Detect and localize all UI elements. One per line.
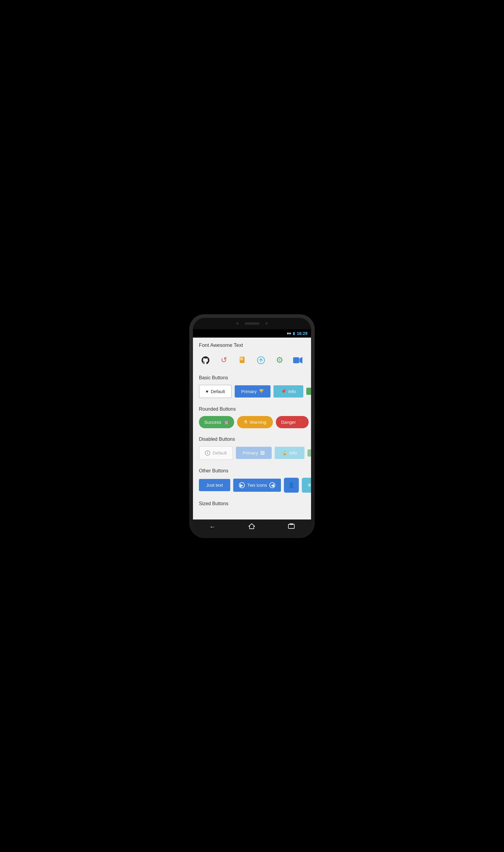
btn-disabled-default: ℹ Default [199, 446, 233, 460]
recents-icon [288, 523, 295, 530]
phone-screen: ▾▾ ▮ 16:29 Font Awesome Text ↺ [193, 318, 311, 534]
app-title: Font Awesome Text [193, 338, 311, 351]
btn-warning-label: Warning [250, 420, 266, 425]
status-time: 16:29 [297, 331, 307, 336]
btn-disabled-info: 🔓 Info [275, 447, 305, 459]
phone-top-bar [193, 318, 311, 329]
svg-marker-6 [300, 357, 302, 364]
nav-recents-button[interactable] [288, 523, 295, 530]
lock-icon: 🔓 [282, 451, 287, 455]
btn-success-label: Success [204, 420, 221, 425]
other-buttons-header: Other Buttons [193, 465, 311, 476]
btn-dis-info-label: Info [290, 450, 297, 455]
person-icon: 👤 [288, 482, 295, 488]
btn-info[interactable]: 📌 Info [273, 385, 303, 398]
btn-dis-primary-label: Primary [243, 450, 258, 455]
btn-warning-rounded[interactable]: ⚗ Warning [237, 416, 273, 428]
trophy-icon: 🏆 [259, 389, 264, 394]
arrow-left-icon: ◀ [269, 482, 275, 488]
btn-dis-default-label: Default [213, 450, 227, 455]
btn-primary[interactable]: Primary 🏆 [235, 385, 270, 398]
btn-primary-label: Primary [241, 389, 257, 394]
nav-back-button[interactable]: ← [209, 523, 215, 530]
basic-buttons-row: ♥ Default Primary 🏆 📌 Info [193, 383, 311, 403]
wifi-icon: ▾▾ [287, 331, 291, 336]
heart-icon: ♥ [206, 389, 209, 394]
screen-content[interactable]: Font Awesome Text ↺ [193, 338, 311, 520]
svg-rect-5 [293, 357, 299, 363]
battery-icon: ▮ [293, 331, 295, 336]
btn-two-icons[interactable]: ▶ Two icons ◀ [233, 479, 281, 492]
svg-rect-3 [240, 359, 243, 360]
book-icon [236, 354, 249, 367]
gear-icon: ⚙ [273, 354, 286, 367]
nav-home-button[interactable] [248, 523, 255, 530]
question-icon: ❓ [298, 420, 303, 424]
btn-success-rounded[interactable]: Success 🤖 [199, 416, 234, 428]
btn-success-partial[interactable] [306, 388, 311, 395]
btn-sun-icon[interactable]: ✳ [302, 478, 311, 493]
camera-dot [236, 322, 238, 325]
flask-icon: ⚗ [244, 420, 248, 424]
svg-rect-10 [288, 524, 294, 528]
speaker [245, 322, 259, 325]
video-icon [291, 354, 305, 367]
arrow-right-icon: ▶ [239, 482, 245, 488]
svg-marker-9 [249, 524, 255, 529]
btn-person-icon[interactable]: 👤 [284, 478, 299, 493]
btn-danger-rounded[interactable]: Danger ❓ [276, 416, 309, 428]
disabled-buttons-header: Disabled Buttons [193, 433, 311, 445]
icons-row: ↺ ⚙ [193, 351, 311, 371]
svg-rect-1 [240, 357, 242, 358]
btn-two-icons-label: Two icons [247, 483, 267, 488]
btn-danger-label: Danger [281, 420, 296, 425]
pin-icon: 📌 [281, 389, 286, 394]
btn-default-label: Default [211, 389, 225, 394]
arrow-up-circle-icon [254, 354, 268, 367]
btn-just-text-label: Just text [206, 483, 223, 488]
rounded-buttons-row: Success 🤖 ⚗ Warning Danger ❓ [193, 415, 311, 433]
btn-info-label: Info [288, 389, 296, 394]
android-icon: 🤖 [224, 420, 229, 424]
stack-icon [310, 354, 311, 367]
btn-just-text[interactable]: Just text [199, 479, 230, 491]
github-icon [199, 354, 212, 367]
other-buttons-row: Just text ▶ Two icons ◀ 👤 ✳ [193, 476, 311, 497]
home-icon [248, 524, 255, 530]
rounded-buttons-header: Rounded Buttons [193, 403, 311, 415]
status-bar: ▾▾ ▮ 16:29 [193, 329, 311, 338]
image-icon: 🖼 [260, 451, 265, 455]
back-icon: ← [209, 523, 215, 530]
info-circle-icon: ℹ [205, 450, 210, 456]
btn-dis-success-partial [307, 449, 311, 457]
btn-default[interactable]: ♥ Default [199, 385, 232, 398]
sensor-dot [266, 322, 268, 325]
basic-buttons-header: Basic Buttons [193, 371, 311, 383]
bottom-nav: ← [193, 520, 311, 534]
sun-icon: ✳ [307, 482, 311, 488]
disabled-buttons-row: ℹ Default Primary 🖼 🔓 Info [193, 445, 311, 465]
btn-disabled-primary: Primary 🖼 [236, 447, 272, 459]
refresh-icon: ↺ [217, 354, 231, 367]
phone-device: ▾▾ ▮ 16:29 Font Awesome Text ↺ [190, 314, 314, 538]
svg-rect-2 [240, 359, 244, 359]
sized-buttons-header: Sized Buttons [193, 497, 311, 509]
